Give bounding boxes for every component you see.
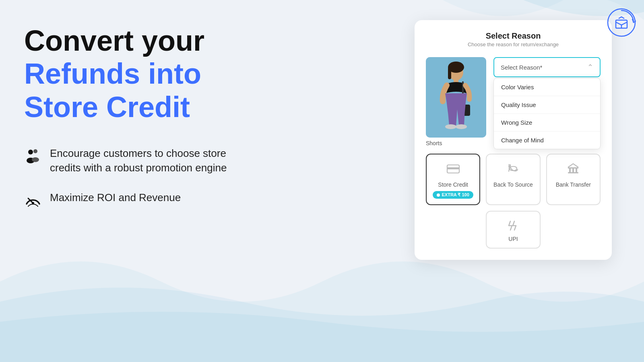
product-name: Shorts — [426, 140, 486, 146]
payment-option-upi[interactable]: UPI — [486, 211, 540, 249]
product-image-wrap — [426, 57, 486, 138]
feature-roi: Maximize ROI and Revenue — [24, 190, 306, 212]
back-to-source-label: Back To Source — [493, 181, 533, 188]
option-color-varies[interactable]: Color Varies — [494, 78, 600, 96]
store-credit-icon — [446, 162, 460, 178]
roi-icon — [24, 191, 42, 212]
dropdown-menu: Color Varies Quality Issue Wrong Size Ch… — [493, 78, 601, 149]
badge-dot — [437, 193, 440, 197]
svg-point-3 — [33, 149, 37, 153]
svg-rect-11 — [448, 67, 451, 79]
hero-line3: Store Credit — [24, 90, 306, 124]
option-change-of-mind[interactable]: Change of Mind — [494, 132, 600, 149]
product-image-column: Shorts — [426, 57, 486, 146]
option-wrong-size[interactable]: Wrong Size — [494, 114, 600, 132]
select-reason-dropdown[interactable]: Select Reason* ⌃ — [493, 57, 601, 77]
svg-rect-18 — [447, 167, 459, 169]
bank-transfer-label: Bank Transfer — [556, 181, 591, 188]
svg-point-2 — [28, 150, 33, 154]
payment-options-grid-row2: UPI — [426, 211, 601, 249]
badge-text: EXTRA ₹ 100 — [442, 192, 469, 197]
payment-options-grid: Store Credit EXTRA ₹ 100 Back To Source — [426, 154, 601, 205]
svg-rect-22 — [576, 169, 577, 172]
dropdown-placeholder: Select Reason* — [501, 64, 542, 71]
option-quality-issue[interactable]: Quality Issue — [494, 96, 600, 114]
product-row: Shorts Select Reason* ⌃ Color Varies Qua… — [426, 57, 601, 146]
payment-option-store-credit[interactable]: Store Credit EXTRA ₹ 100 — [426, 154, 480, 205]
upi-icon — [506, 219, 520, 232]
svg-rect-23 — [568, 172, 578, 173]
dropdown-wrap: Select Reason* ⌃ Color Varies Quality Is… — [493, 57, 601, 77]
feature-roi-text: Maximize ROI and Revenue — [50, 190, 181, 205]
hero-title: Convert your Refunds into Store Credit — [24, 24, 306, 124]
panel-header: Select Reason Choose the reason for retu… — [426, 31, 601, 47]
people-icon — [24, 147, 42, 168]
svg-rect-20 — [569, 169, 571, 172]
payment-option-bank-transfer[interactable]: Bank Transfer — [546, 154, 601, 205]
svg-rect-19 — [568, 167, 578, 169]
left-section: Convert your Refunds into Store Credit E… — [0, 0, 330, 362]
svg-point-5 — [32, 157, 39, 162]
svg-point-15 — [445, 124, 456, 129]
store-credit-label: Store Credit — [438, 181, 468, 188]
panel-subtitle: Choose the reason for return/exchange — [426, 41, 601, 47]
extra-badge: EXTRA ₹ 100 — [433, 191, 473, 199]
logo-icon — [607, 8, 636, 37]
right-panel: Select Reason Choose the reason for retu… — [415, 20, 612, 260]
svg-point-16 — [456, 124, 467, 129]
panel-title: Select Reason — [426, 31, 601, 41]
feature-store-credits: Encourage customers to choose storecredi… — [24, 146, 306, 175]
back-to-source-icon — [506, 162, 520, 178]
svg-rect-21 — [572, 169, 574, 172]
features-list: Encourage customers to choose storecredi… — [24, 146, 306, 213]
svg-point-0 — [608, 9, 635, 36]
hero-line1: Convert your — [24, 24, 306, 57]
hero-line2: Refunds into — [24, 57, 306, 90]
feature-store-credits-text: Encourage customers to choose storecredi… — [50, 146, 227, 175]
chevron-up-icon: ⌃ — [587, 63, 593, 72]
upi-label: UPI — [508, 236, 518, 242]
payment-option-back-to-source[interactable]: Back To Source — [486, 154, 540, 205]
svg-point-7 — [32, 202, 34, 204]
bank-transfer-icon — [566, 162, 580, 178]
